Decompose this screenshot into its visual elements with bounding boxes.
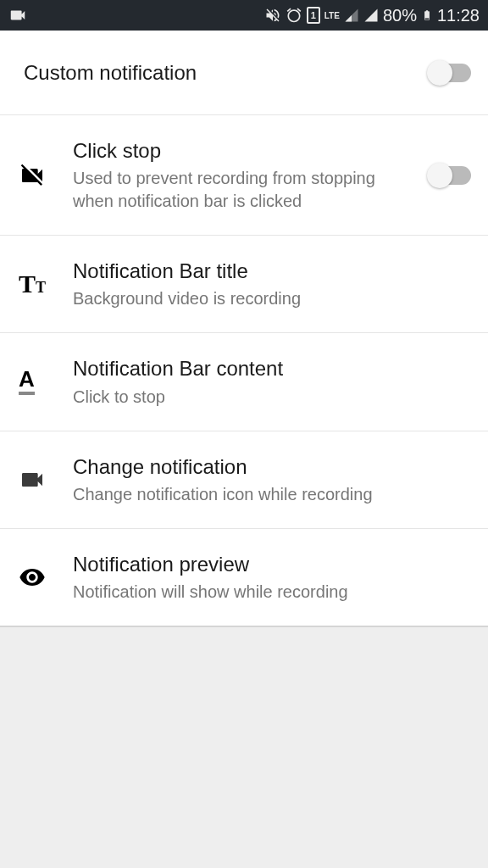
setting-subtitle: Used to prevent recording from stopping … [73,167,419,213]
signal-icon-1 [344,8,359,23]
text-underline-icon: A [19,368,54,395]
setting-change-notification[interactable]: Change notification Change notification … [0,431,488,529]
setting-title: Custom notification [24,59,419,86]
setting-title: Notification preview [73,551,471,577]
setting-subtitle: Background video is recording [73,287,471,310]
text-format-icon: TT [19,270,54,298]
status-left [8,6,27,25]
battery-percent: 80% [383,6,417,25]
setting-subtitle: Click to stop [73,386,471,409]
setting-bar-content[interactable]: A Notification Bar content Click to stop [0,333,488,431]
videocam-icon [19,466,54,493]
settings-list: Custom notification Click stop Used to p… [0,31,488,627]
battery-icon [421,6,433,25]
setting-notification-preview[interactable]: Notification preview Notification will s… [0,529,488,627]
setting-title: Notification Bar content [73,355,471,381]
setting-title: Change notification [73,453,471,480]
alarm-icon [286,7,302,24]
toggle-custom-notification[interactable] [429,64,471,82]
setting-title: Click stop [73,137,419,164]
svg-rect-0 [425,19,430,20]
setting-bar-title[interactable]: TT Notification Bar title Background vid… [0,236,488,333]
eye-icon [19,564,54,591]
videocam-off-icon [19,162,54,189]
volume-off-icon [264,7,281,24]
setting-subtitle: Notification will show while recording [73,581,471,604]
sim-icon: 1 [307,7,320,24]
toggle-thumb [427,163,452,188]
toggle-click-stop[interactable] [429,166,471,185]
videocam-icon [8,6,27,25]
setting-subtitle: Change notification icon while recording [73,483,471,506]
status-bar: 1 LTE 80% 11:28 [0,0,488,31]
status-right: 1 LTE 80% 11:28 [264,6,480,25]
setting-click-stop[interactable]: Click stop Used to prevent recording fro… [0,115,488,236]
lte-indicator: LTE [324,11,340,20]
setting-title: Notification Bar title [73,258,471,284]
signal-icon-2 [363,8,379,23]
setting-custom-notification[interactable]: Custom notification [0,31,488,115]
toggle-thumb [427,60,452,86]
clock-time: 11:28 [437,6,480,25]
